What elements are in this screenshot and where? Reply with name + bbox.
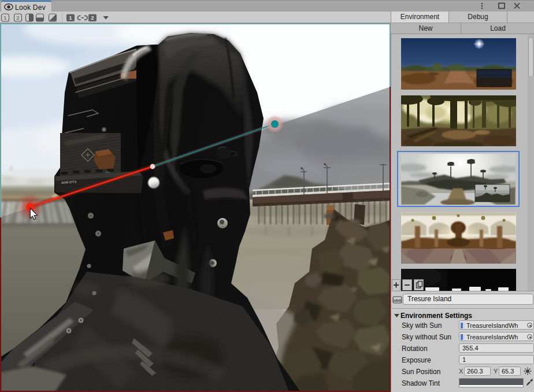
svg-text:2: 2 bbox=[91, 15, 94, 21]
svg-text:1: 1 bbox=[69, 15, 72, 21]
svg-text:1: 1 bbox=[3, 14, 6, 21]
svg-text:HDR: HDR bbox=[394, 299, 402, 302]
svg-text:2: 2 bbox=[16, 14, 19, 21]
